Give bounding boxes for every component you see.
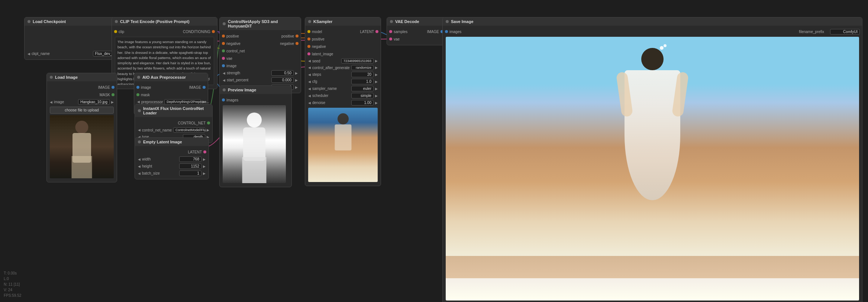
arrow-left[interactable]: ◀ [28,52,30,56]
depth-preview-area [223,105,286,183]
node-save-image: Save Image images filename_prefix ComfyU… [442,17,862,302]
node-indicator [137,76,140,79]
ksampler-body: model LATENT positive negative latent_im… [305,26,381,186]
node-indicator [28,20,30,23]
batch-size-value[interactable]: 1 [179,171,201,176]
input-negative: negative [305,43,381,50]
node-controlnet-apply: ControlNetApply SD3 and HunyuanDiT posit… [219,17,301,93]
input-positive: positive [305,35,381,43]
port-controlnet-in[interactable] [222,49,225,52]
node-title: Load Checkpoint [33,19,66,24]
io-samples: samples IMAGE [387,28,446,35]
io-negative: negative negative [220,40,301,47]
port-images-in[interactable] [222,98,225,101]
port-conditioning-out[interactable] [212,30,215,33]
steps-value[interactable]: 20 [351,72,374,77]
port-samples-in[interactable] [389,30,392,33]
port-positive-in[interactable] [222,35,225,38]
image-name-value[interactable]: Hangkao_10.jpg [78,99,110,105]
control-after-value[interactable]: randomize [351,65,374,70]
field-denoise: ◀ denoise 1.00 ▶ [305,99,381,106]
port-vae-in[interactable] [222,57,225,60]
port-clip-in[interactable] [114,30,117,33]
load-image-body: IMAGE MASK ◀ image Hangkao_10.jpg ▶ choo… [47,81,117,182]
port-image-out[interactable] [203,86,206,89]
input-vae: vae [387,35,446,43]
preprocessor-value[interactable]: DepthAnythingV2Preproce... [164,99,201,104]
output-latent: LATENT [135,148,209,156]
node-empty-latent: Empty Latent Image LATENT ◀ width 768 ▶ … [135,137,209,179]
status-t: T: 0.00s [4,270,21,276]
status-bar: T: 0.00s L:0 N: 11 [11] V: 24 FPS:59.52 [4,270,21,298]
preview-image-body: images [220,94,291,187]
field-scheduler: ◀ scheduler simple ▶ [305,92,381,99]
denoise-value[interactable]: 1.00 [351,100,374,105]
port-negative-in[interactable] [222,42,225,45]
seed-value[interactable]: 723469965151993 [341,58,374,64]
input-images: images [220,96,291,104]
height-value[interactable]: 1152 [179,163,201,169]
field-cfg: ◀ cfg 1.0 ▶ [305,78,381,85]
status-fps: FPS:59.52 [4,293,21,298]
output-image: IMAGE [47,84,117,91]
port-mask-in[interactable] [136,93,139,96]
node-title: ControlNetApply SD3 and HunyuanDiT [228,19,298,28]
load-image-header: Load Image [47,73,117,81]
port-latent-out[interactable] [375,30,378,33]
input-images: images filename_prefix ComfyUI [443,28,862,35]
save-image-header: Save Image [443,17,862,26]
node-indicator [223,22,226,25]
node-vae-decode: VAE Decode samples IMAGE vae [387,17,446,45]
port-positive-in[interactable] [307,38,310,40]
input-latent-image: latent_image [305,50,381,58]
node-title: Load Image [55,75,78,79]
input-mask: mask [134,91,208,98]
save-image-body: images filename_prefix ComfyUI [443,26,862,302]
port-negative-out[interactable] [296,42,299,45]
status-n: N: 11 [11] [4,282,21,287]
sampler-name-value[interactable]: euler [351,86,374,91]
port-vae-in[interactable] [389,38,392,40]
field-image-name: ◀ image Hangkao_10.jpg ▶ [47,98,117,105]
port-latent-out[interactable] [203,150,206,153]
port-positive-out[interactable] [296,35,299,38]
port-image-in[interactable] [136,86,139,89]
port-image-out[interactable] [112,86,114,89]
output-control-net: CONTROL_NET [135,119,212,127]
field-batch-size: ◀ batch_size 1 ▶ [135,170,209,177]
empty-latent-header: Empty Latent Image [135,138,209,146]
strength-value[interactable]: 0.50 [271,70,294,76]
choose-file-btn[interactable]: choose file to upload [50,107,114,114]
clip-text-encode-header: CLIP Text Encode (Positive Prompt) [112,17,217,26]
field-steps: ◀ steps 20 ▶ [305,71,381,78]
port-controlnet-out[interactable] [207,121,210,124]
empty-latent-body: LATENT ◀ width 768 ▶ ◀ height 1152 ▶ ◀ b… [135,146,209,179]
port-negative-in[interactable] [307,45,310,48]
scheduler-value[interactable]: simple [351,93,374,98]
field-width: ◀ width 768 ▶ [135,156,209,163]
input-vae: vae [220,55,301,62]
port-latent-in[interactable] [307,52,310,55]
instantx-loader-header: InstantX Flux Union ControlNet Loader [135,104,212,117]
save-image-preview [446,37,859,301]
port-model-in[interactable] [307,30,310,33]
port-image-in[interactable] [222,64,225,67]
ksampler-header: KSampler [305,17,381,26]
node-indicator [138,140,141,143]
control-net-name-value[interactable]: ControlnetModel/Flu... [173,127,205,133]
port-mask-out[interactable] [112,93,114,96]
loaded-image-preview [50,115,114,178]
width-value[interactable]: 768 [179,156,201,162]
node-load-image: Load Image IMAGE MASK ◀ image Hangkao_10… [46,73,117,182]
node-title: Preview Image [228,88,256,92]
field-strength: ◀ strength 0.50 ▶ [220,69,301,77]
field-control-net-name: ◀ control_net_name ControlnetModel/Flu..… [135,127,212,133]
start-percent-value[interactable]: 0.000 [271,77,294,83]
field-sampler-name: ◀ sampler_name euler ▶ [305,85,381,92]
port-images-in[interactable] [445,30,448,33]
input-image: image [220,62,301,69]
cfg-value[interactable]: 1.0 [351,79,374,84]
node-indicator [308,20,311,23]
filename-prefix-value[interactable]: ComfyUI [830,29,860,35]
node-title: VAE Decode [395,19,419,24]
